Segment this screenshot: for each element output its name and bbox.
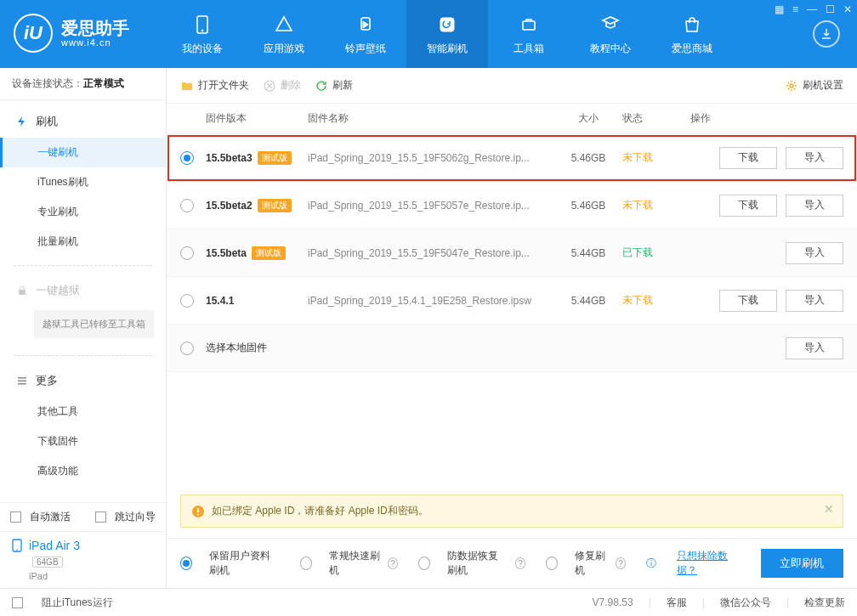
local-firmware-row[interactable]: 选择本地固件 导入 xyxy=(167,325,857,372)
option-radio[interactable] xyxy=(300,557,312,570)
tab-ring[interactable]: 铃声壁纸 xyxy=(325,0,406,68)
col-action: 操作 xyxy=(690,111,843,126)
skip-guide-checkbox[interactable] xyxy=(95,511,106,523)
option-radio[interactable] xyxy=(418,557,430,570)
sidebar-item[interactable]: 一键刷机 xyxy=(0,138,166,167)
tab-label: 智能刷机 xyxy=(427,42,468,56)
start-flash-button[interactable]: 立即刷机 xyxy=(761,549,844,578)
beta-badge: 测试版 xyxy=(252,246,286,260)
option-radio[interactable] xyxy=(180,557,192,570)
row-radio[interactable] xyxy=(180,151,194,165)
tab-device[interactable]: 我的设备 xyxy=(162,0,243,68)
import-button[interactable]: 导入 xyxy=(786,195,843,217)
firmware-status: 已下载 xyxy=(622,246,690,260)
firmware-row[interactable]: 15.5beta3测试版 iPad_Spring_2019_15.5_19F50… xyxy=(167,134,857,182)
flash-settings-button[interactable]: 刷机设置 xyxy=(785,78,843,93)
download-button[interactable]: 下载 xyxy=(719,290,777,312)
window-buttons: ▦ ≡ — ☐ ✕ xyxy=(775,3,852,15)
table-header: 固件版本 固件名称 大小 状态 操作 xyxy=(167,104,857,134)
help-icon[interactable]: ? xyxy=(388,557,398,569)
tab-store[interactable]: 爱思商城 xyxy=(651,0,733,68)
close-icon[interactable]: ✕ xyxy=(843,3,852,15)
svg-point-1 xyxy=(201,30,203,31)
help-icon[interactable]: ? xyxy=(515,557,525,569)
footer-options: 保留用户资料刷机常规快速刷机?防数据恢复刷机?修复刷机?ⓘ只想抹除数据？立即刷机 xyxy=(167,538,857,588)
jailbreak-moved-note: 越狱工具已转移至工具箱 xyxy=(34,310,154,338)
support-link[interactable]: 客服 xyxy=(667,596,687,610)
sidebar-item[interactable]: 下载固件 xyxy=(0,427,166,456)
row-radio[interactable] xyxy=(180,294,194,308)
option-label: 防数据恢复刷机 xyxy=(447,549,508,578)
tab-label: 应用游戏 xyxy=(264,42,304,56)
sidebar-item[interactable]: 高级功能 xyxy=(0,456,166,486)
tab-tools[interactable]: 工具箱 xyxy=(488,0,570,68)
row-radio[interactable] xyxy=(180,342,194,355)
firmware-size: 5.46GB xyxy=(554,152,622,164)
status-bar: 阻止iTunes运行 V7.98.53 | 客服 | 微信公众号 | 检查更新 xyxy=(0,588,857,616)
wechat-link[interactable]: 微信公众号 xyxy=(720,596,771,610)
flash-mode-option[interactable]: 修复刷机? xyxy=(546,549,626,578)
svg-rect-14 xyxy=(197,508,199,512)
update-link[interactable]: 检查更新 xyxy=(804,596,845,610)
tab-flash[interactable]: 智能刷机 xyxy=(406,0,488,68)
open-folder-button[interactable]: 打开文件夹 xyxy=(180,78,249,93)
download-button[interactable]: 下载 xyxy=(719,195,777,217)
tab-tutorial[interactable]: 教程中心 xyxy=(570,0,651,68)
app-name: 爱思助手 xyxy=(61,19,129,37)
close-notice-button[interactable]: ✕ xyxy=(824,502,834,516)
tablet-icon xyxy=(10,539,24,552)
help-icon[interactable]: ? xyxy=(616,557,626,569)
firmware-row[interactable]: 15.5beta2测试版 iPad_Spring_2019_15.5_19F50… xyxy=(167,182,857,229)
menu-icon[interactable]: ≡ xyxy=(792,3,798,15)
flash-mode-option[interactable]: 保留用户资料刷机 xyxy=(180,549,280,578)
erase-data-link[interactable]: 只想抹除数据？ xyxy=(677,549,740,578)
store-icon xyxy=(680,13,704,37)
delete-button[interactable]: 删除 xyxy=(263,78,301,93)
sidebar-item[interactable]: 其他工具 xyxy=(0,397,166,427)
device-type: iPad xyxy=(10,571,156,581)
minimize-icon[interactable]: — xyxy=(807,3,817,15)
import-button[interactable]: 导入 xyxy=(786,337,843,359)
sidebar-item[interactable]: 专业刷机 xyxy=(0,197,166,227)
flash-mode-option[interactable]: 常规快速刷机? xyxy=(300,549,398,578)
refresh-icon xyxy=(315,79,328,93)
sidebar: 设备连接状态：正常模式 刷机 一键刷机iTunes刷机专业刷机批量刷机 一键越狱… xyxy=(0,68,167,588)
auto-activate-label: 自动激活 xyxy=(30,510,71,524)
firmware-row[interactable]: 15.5beta测试版 iPad_Spring_2019_15.5_19F504… xyxy=(167,229,857,277)
warning-icon xyxy=(191,505,205,518)
device-panel: iPad Air 3 64GB iPad xyxy=(0,531,166,588)
row-radio[interactable] xyxy=(180,246,194,260)
grid-icon[interactable]: ▦ xyxy=(775,3,784,15)
logo-badge: iU xyxy=(14,14,53,53)
maximize-icon[interactable]: ☐ xyxy=(826,3,835,15)
import-button[interactable]: 导入 xyxy=(786,242,843,264)
tab-apps[interactable]: 应用游戏 xyxy=(243,0,325,68)
tab-label: 教程中心 xyxy=(590,42,631,56)
apps-icon xyxy=(272,13,296,37)
local-firmware-label: 选择本地固件 xyxy=(206,341,554,355)
tab-label: 工具箱 xyxy=(514,42,544,56)
tab-label: 我的设备 xyxy=(182,42,223,56)
import-button[interactable]: 导入 xyxy=(786,290,843,312)
svg-point-10 xyxy=(16,549,18,551)
refresh-button[interactable]: 刷新 xyxy=(315,78,353,93)
option-radio[interactable] xyxy=(546,557,558,570)
download-center-button[interactable] xyxy=(813,20,840,48)
firmware-row[interactable]: 15.4.1 iPad_Spring_2019_15.4.1_19E258_Re… xyxy=(167,277,857,325)
col-name: 固件名称 xyxy=(308,111,554,126)
info-icon[interactable]: ⓘ xyxy=(646,557,656,571)
import-button[interactable]: 导入 xyxy=(786,147,843,169)
sidebar-item[interactable]: 批量刷机 xyxy=(0,227,166,257)
block-itunes-checkbox[interactable] xyxy=(12,597,23,608)
sidebar-section-flash[interactable]: 刷机 xyxy=(0,105,166,138)
toolbar: 打开文件夹 删除 刷新 刷机设置 xyxy=(167,68,857,104)
firmware-version: 15.5beta3测试版 xyxy=(206,151,308,165)
auto-activate-checkbox[interactable] xyxy=(10,511,21,523)
flash-icon xyxy=(15,115,29,128)
row-radio[interactable] xyxy=(180,199,194,212)
flash-mode-option[interactable]: 防数据恢复刷机? xyxy=(418,549,525,578)
download-button[interactable]: 下载 xyxy=(719,147,777,169)
firmware-status: 未下载 xyxy=(622,198,690,212)
sidebar-item[interactable]: iTunes刷机 xyxy=(0,167,166,197)
sidebar-section-more[interactable]: 更多 xyxy=(0,365,166,397)
